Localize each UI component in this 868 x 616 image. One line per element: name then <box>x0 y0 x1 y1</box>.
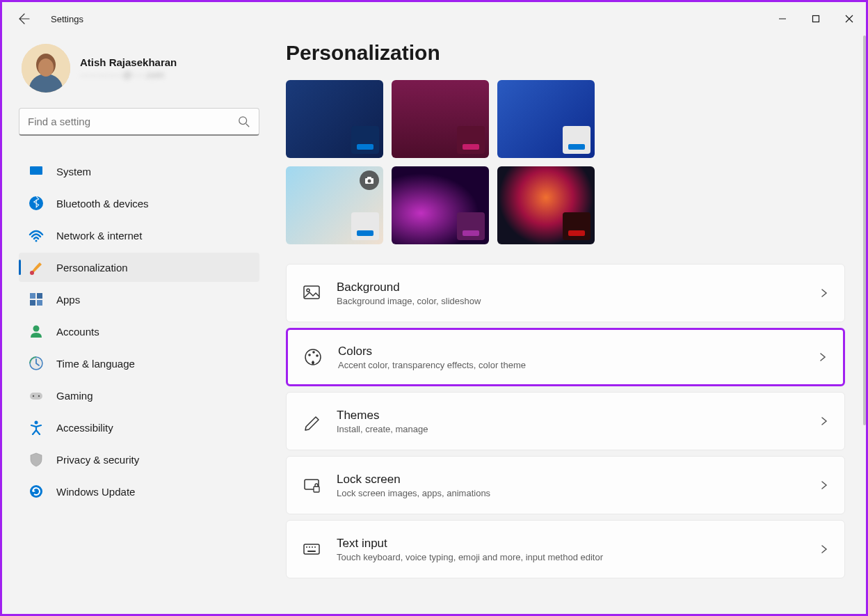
sidebar-item-privacy-security[interactable]: Privacy & security <box>19 445 259 474</box>
sidebar-item-network-internet[interactable]: Network & internet <box>19 221 259 250</box>
setting-title: Lock screen <box>337 473 819 487</box>
setting-row-colors[interactable]: Colors Accent color, transparency effect… <box>286 328 845 386</box>
accent-bar <box>568 144 585 150</box>
keyboard-icon <box>302 539 321 559</box>
theme-thumb-0[interactable] <box>286 80 383 158</box>
minimize-icon <box>778 15 787 23</box>
setting-text: Text input Touch keyboard, voice typing,… <box>337 537 819 562</box>
theme-thumb-4[interactable] <box>392 166 489 244</box>
back-button[interactable] <box>10 5 38 33</box>
setting-desc: Accent color, transparency effects, colo… <box>338 360 818 370</box>
lock-icon <box>302 475 321 495</box>
setting-row-text-input[interactable]: Text input Touch keyboard, voice typing,… <box>286 520 845 578</box>
setting-row-background[interactable]: Background Background image, color, slid… <box>286 264 845 322</box>
theme-grid <box>286 80 845 244</box>
maximize-button[interactable] <box>799 5 833 33</box>
sidebar-item-label: Accessibility <box>56 422 113 434</box>
sidebar-item-label: Privacy & security <box>56 454 139 466</box>
svg-line-7 <box>246 123 250 127</box>
accent-bar <box>463 144 479 150</box>
theme-thumb-1[interactable] <box>392 80 489 158</box>
chevron-right-icon <box>819 480 829 490</box>
maximize-icon <box>812 15 820 23</box>
sidebar-item-label: Gaming <box>56 390 93 402</box>
scrollbar[interactable] <box>863 35 866 425</box>
svg-point-6 <box>239 116 247 124</box>
search-input[interactable] <box>28 116 238 127</box>
svg-rect-35 <box>304 544 319 554</box>
svg-point-5 <box>38 58 54 77</box>
sidebar-item-system[interactable]: System <box>19 157 259 186</box>
chevron-right-icon <box>818 352 828 362</box>
svg-rect-13 <box>30 293 35 299</box>
setting-text: Colors Accent color, transparency effect… <box>338 345 818 370</box>
sidebar-item-label: System <box>56 166 91 177</box>
setting-title: Colors <box>338 345 818 358</box>
sidebar-item-label: Windows Update <box>56 486 135 498</box>
accessibility-icon <box>29 420 44 435</box>
avatar <box>22 44 70 93</box>
privacy-icon <box>29 452 44 467</box>
sidebar-item-time-language[interactable]: Time & language <box>19 349 259 378</box>
minimize-button[interactable] <box>766 5 799 33</box>
setting-title: Text input <box>337 537 819 551</box>
close-button[interactable] <box>833 5 866 33</box>
svg-point-22 <box>35 421 38 425</box>
page-title: Personalization <box>286 41 845 65</box>
svg-rect-26 <box>367 177 371 179</box>
titlebar: Settings <box>2 2 866 35</box>
accent-badge <box>351 212 379 240</box>
theme-thumb-2[interactable] <box>497 80 595 158</box>
sidebar-item-bluetooth-devices[interactable]: Bluetooth & devices <box>19 189 259 218</box>
setting-row-themes[interactable]: Themes Install, create, manage <box>286 392 845 450</box>
sidebar-nav: SystemBluetooth & devicesNetwork & inter… <box>19 157 259 506</box>
svg-rect-16 <box>37 300 42 306</box>
profile-text: Atish Rajasekharan ·················@···… <box>80 56 177 80</box>
sidebar-item-personalization[interactable]: Personalization <box>19 253 259 282</box>
theme-thumb-5[interactable] <box>497 166 595 244</box>
sidebar-item-gaming[interactable]: Gaming <box>19 381 259 410</box>
search-box[interactable] <box>19 108 259 136</box>
svg-rect-8 <box>30 166 42 175</box>
sidebar-item-windows-update[interactable]: Windows Update <box>19 477 259 506</box>
pen-icon <box>302 411 321 431</box>
svg-point-25 <box>368 180 371 183</box>
sidebar-item-apps[interactable]: Apps <box>19 285 259 314</box>
sidebar: Atish Rajasekharan ·················@···… <box>2 35 265 614</box>
accent-badge <box>351 126 379 154</box>
brush-icon <box>29 260 44 275</box>
palette-icon <box>303 347 323 367</box>
gaming-icon <box>29 388 44 403</box>
apps-icon <box>29 292 44 307</box>
setting-text: Lock screen Lock screen images, apps, an… <box>337 473 819 498</box>
time-icon <box>29 356 44 371</box>
arrow-left-icon <box>19 13 30 24</box>
camera-icon <box>360 171 379 190</box>
sidebar-item-accounts[interactable]: Accounts <box>19 317 259 346</box>
setting-desc: Lock screen images, apps, animations <box>337 488 819 498</box>
system-icon <box>29 164 44 179</box>
profile-section[interactable]: Atish Rajasekharan ·················@···… <box>22 44 259 93</box>
theme-thumb-3[interactable] <box>286 166 383 244</box>
accent-badge <box>563 126 590 154</box>
svg-rect-1 <box>813 16 819 22</box>
svg-point-28 <box>307 289 310 292</box>
svg-point-32 <box>316 354 319 357</box>
setting-row-lock-screen[interactable]: Lock screen Lock screen images, apps, an… <box>286 456 845 514</box>
sidebar-item-label: Accounts <box>56 326 99 338</box>
image-icon <box>302 283 321 303</box>
svg-rect-14 <box>37 293 42 299</box>
chevron-right-icon <box>819 416 829 426</box>
setting-title: Themes <box>337 409 819 422</box>
sidebar-item-accessibility[interactable]: Accessibility <box>19 413 259 442</box>
accent-badge <box>457 126 485 154</box>
svg-point-12 <box>30 271 34 275</box>
accent-badge <box>563 212 590 240</box>
sidebar-item-label: Personalization <box>56 262 128 274</box>
search-icon <box>238 116 250 128</box>
svg-point-11 <box>35 240 38 242</box>
account-icon <box>29 324 44 339</box>
setting-text: Background Background image, color, slid… <box>337 281 819 306</box>
setting-text: Themes Install, create, manage <box>337 409 819 434</box>
setting-title: Background <box>337 281 819 294</box>
